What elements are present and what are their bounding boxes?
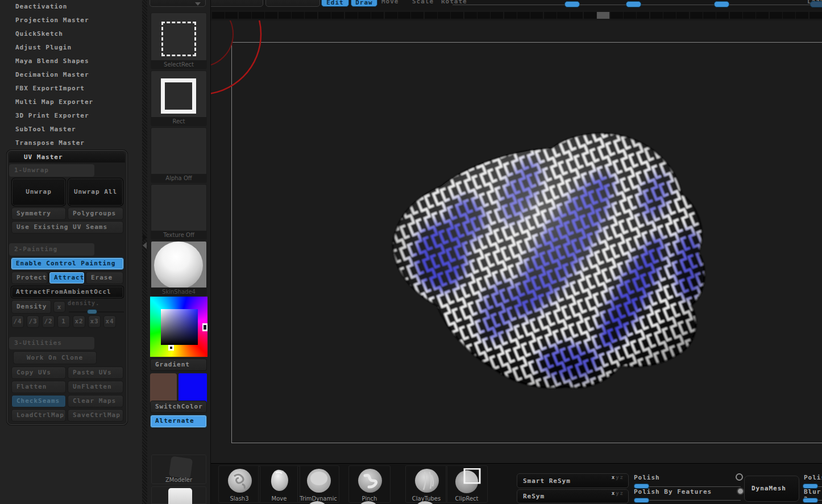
erase-button[interactable]: Erase	[86, 272, 123, 284]
timeline-segment[interactable]	[584, 12, 596, 19]
timeline-segment[interactable]	[239, 12, 251, 19]
resym-button[interactable]: ReSym xyz	[517, 489, 629, 503]
timeline-segment[interactable]	[292, 12, 304, 19]
timeline-segment[interactable]	[570, 12, 583, 19]
timeline-segment[interactable]	[663, 12, 676, 19]
timeline-segment[interactable]	[504, 12, 517, 19]
timeline-segment[interactable]	[770, 12, 782, 19]
timeline-segment[interactable]	[716, 12, 729, 19]
gradient-button[interactable]: Gradient	[150, 359, 207, 371]
focal-shift-slider-handle[interactable]	[626, 1, 641, 7]
z-intensity-slider-handle[interactable]	[714, 1, 729, 7]
timeline-segment[interactable]	[743, 12, 755, 19]
uv-master-header[interactable]: UV Master	[9, 152, 125, 163]
tile-next-tool[interactable]	[151, 486, 206, 504]
timeline-segment[interactable]	[464, 12, 477, 19]
smart-resym-button[interactable]: Smart ReSym xyz	[517, 473, 629, 488]
polish-mode-toggle-icon[interactable]	[736, 473, 743, 481]
top-empty-button-1[interactable]	[211, 0, 263, 7]
tool-dropdown-button[interactable]	[150, 0, 206, 7]
timeline-segment[interactable]	[438, 12, 450, 19]
draw-button[interactable]: Draw	[351, 0, 377, 7]
timeline-segment[interactable]	[703, 12, 716, 19]
density-step-x2[interactable]: x2	[73, 315, 85, 328]
copy-uvs-button[interactable]: Copy UVs	[11, 366, 66, 379]
timeline-segment[interactable]	[730, 12, 742, 19]
enable-control-painting-button[interactable]: Enable Control Painting	[11, 257, 124, 270]
timeline-segment[interactable]	[478, 12, 490, 19]
brush-claytubes[interactable]: ClayTubes	[405, 465, 447, 503]
work-on-clone-button[interactable]: Work On Clone	[13, 351, 97, 364]
lazy-slider-handle[interactable]	[810, 1, 822, 7]
menu-item-decimation-master[interactable]: Decimation Master	[0, 68, 142, 82]
checkseams-button[interactable]: CheckSeams	[11, 395, 66, 407]
tile-rect[interactable]: Rect	[151, 70, 207, 126]
use-existing-uv-seams-button[interactable]: Use Existing UV Seams	[11, 221, 123, 234]
timeline-segment[interactable]	[517, 12, 530, 19]
switch-color-button[interactable]: SwitchColor	[150, 401, 207, 413]
timeline-segment[interactable]	[544, 12, 557, 19]
edit-button[interactable]: Edit	[321, 0, 349, 7]
panel-divider[interactable]	[142, 0, 147, 504]
divider-collapse-right-icon[interactable]	[143, 234, 147, 241]
timeline-segment[interactable]	[451, 12, 463, 19]
menu-item-multi-map-exporter[interactable]: Multi Map Exporter	[0, 95, 142, 109]
timeline-segment[interactable]	[371, 12, 384, 19]
move-mode-button[interactable]: Move	[381, 0, 399, 6]
sculpt-3d-model[interactable]	[381, 123, 723, 418]
timeline-segment[interactable]	[385, 12, 397, 19]
tile-skinshade4[interactable]: SkinShade4	[151, 241, 207, 297]
menu-item-quicksketch[interactable]: QuickSketch	[0, 27, 142, 41]
density-step-x4[interactable]: x4	[103, 315, 116, 328]
draw-size-slider-handle[interactable]	[564, 1, 580, 7]
timeline-segment[interactable]	[212, 12, 225, 19]
density-slider-handle[interactable]	[87, 309, 97, 314]
timeline-segment[interactable]	[756, 12, 769, 19]
brush-move[interactable]: Move	[258, 465, 300, 503]
polish-by-features-slider-handle[interactable]	[634, 498, 649, 503]
timeline-segment[interactable]	[345, 12, 358, 19]
viewport[interactable]	[211, 20, 822, 463]
flatten-button[interactable]: Flatten	[11, 381, 66, 393]
density-step-x3[interactable]: x3	[88, 315, 101, 328]
polish-by-features-mode-toggle-icon[interactable]	[737, 488, 744, 495]
timeline-strip[interactable]	[211, 10, 822, 20]
timeline-segment[interactable]	[676, 12, 689, 19]
density-x-toggle[interactable]: x	[53, 301, 65, 313]
timeline-segment[interactable]	[265, 12, 277, 19]
main-color-swatch[interactable]	[150, 373, 177, 404]
timeline-segment[interactable]	[557, 12, 570, 19]
clear-maps-button[interactable]: Clear Maps	[68, 395, 123, 407]
tile-selectrect[interactable]: SelectRect	[151, 13, 207, 69]
density-step-half[interactable]: /2	[42, 315, 55, 328]
timeline-segment[interactable]	[783, 12, 795, 19]
symmetry-button[interactable]: Symmetry	[11, 207, 66, 220]
timeline-segment[interactable]	[331, 12, 344, 19]
axis-toggle-icon[interactable]: xyz	[612, 490, 624, 496]
brush-pinch[interactable]: Pinch	[348, 465, 391, 503]
color-picker-cursor[interactable]	[168, 345, 174, 351]
timeline-segment[interactable]	[305, 12, 317, 19]
timeline-segment[interactable]	[491, 12, 503, 19]
blur2-slider-handle[interactable]	[803, 498, 818, 503]
timeline-segment[interactable]	[318, 12, 331, 19]
tile-alpha-off[interactable]: Alpha Off	[151, 127, 207, 183]
menu-item-deactivation[interactable]: Deactivation	[0, 0, 142, 14]
timeline-segment[interactable]	[358, 12, 371, 19]
brush-cliprect[interactable]: ClipRect	[446, 465, 488, 503]
timeline-segment[interactable]	[411, 12, 424, 19]
divider-collapse-left-icon[interactable]	[143, 242, 147, 249]
menu-item-subtool-master[interactable]: SubTool Master	[0, 123, 142, 136]
attract-from-ambient-occl-button[interactable]: AttractFromAmbientOccl	[11, 286, 124, 298]
timeline-segment[interactable]	[252, 12, 264, 19]
density-step-third[interactable]: /3	[27, 315, 39, 328]
density-step-one[interactable]: 1	[57, 315, 70, 328]
top-empty-button-2[interactable]	[265, 0, 320, 7]
menu-item-projection-master[interactable]: Projection Master	[0, 14, 142, 27]
brush-trimdynamic[interactable]: TrimDynamic	[297, 465, 339, 503]
timeline-segment[interactable]	[809, 12, 822, 19]
timeline-segment[interactable]	[624, 12, 636, 19]
menu-item-maya-blend-shapes[interactable]: Maya Blend Shapes	[0, 55, 142, 68]
polish-slider-track[interactable]	[634, 486, 741, 487]
save-ctrl-map-button[interactable]: SaveCtrlMap	[68, 409, 123, 422]
